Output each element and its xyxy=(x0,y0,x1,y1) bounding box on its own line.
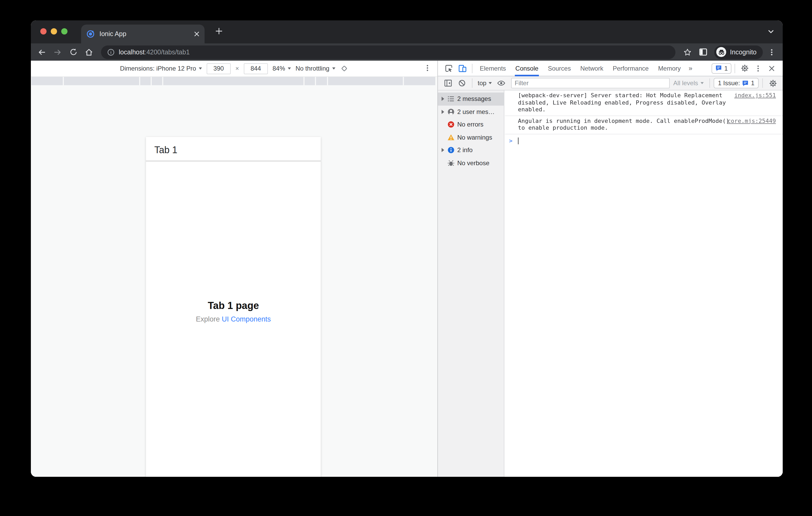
console-context-dropdown[interactable]: top xyxy=(476,80,493,87)
back-icon[interactable] xyxy=(35,45,49,59)
divider xyxy=(472,63,472,73)
divider xyxy=(710,79,710,88)
dimensions-times-label: × xyxy=(235,65,239,72)
speech-bubble-icon xyxy=(716,65,722,72)
source-link[interactable]: core.mjs:25449 xyxy=(727,117,776,124)
browser-toolbar: localhost:4200/tabs/tab1 In xyxy=(31,43,783,61)
browser-window: Ionic App xyxy=(31,20,783,477)
divider xyxy=(762,79,763,88)
zoom-select-dropdown[interactable]: 84% xyxy=(272,65,291,72)
prompt-chevron-icon: > xyxy=(509,137,513,144)
devtools-tab-console[interactable]: Console xyxy=(511,60,543,76)
toggle-device-toolbar-icon[interactable] xyxy=(456,62,469,74)
sidebar-item-messages[interactable]: 2 messages xyxy=(438,93,504,105)
speech-bubble-icon xyxy=(742,80,749,87)
log-levels-dropdown[interactable]: All levels xyxy=(671,80,706,87)
expand-triangle-icon[interactable] xyxy=(440,97,445,101)
console-settings-gear-icon[interactable] xyxy=(766,77,779,89)
more-tabs-button[interactable]: » xyxy=(686,64,695,72)
console-filter-input[interactable] xyxy=(511,78,669,88)
console-messages-badge[interactable]: 1 xyxy=(712,63,731,73)
url-path: :4200/tabs/tab1 xyxy=(145,48,190,56)
console-sidebar: 2 messages 2 user mes… No errors No warn… xyxy=(438,90,504,477)
incognito-badge[interactable]: Incognito xyxy=(715,45,763,59)
media-query-ruler[interactable] xyxy=(31,77,435,85)
app-header: Tab 1 xyxy=(146,137,321,161)
expand-triangle-icon[interactable] xyxy=(440,148,445,152)
sidebar-item-user-messages[interactable]: 2 user mes… xyxy=(438,105,504,118)
chevron-down-icon xyxy=(332,67,335,69)
chevron-down-icon xyxy=(199,67,202,69)
warning-icon xyxy=(447,134,455,141)
divider xyxy=(734,63,735,73)
devtools-toolbar-right: 1 xyxy=(712,62,778,74)
chevron-down-icon xyxy=(701,82,704,84)
devtools-tab-sources[interactable]: Sources xyxy=(544,60,575,76)
browser-tab-ionic-app[interactable]: Ionic App xyxy=(81,25,205,43)
list-icon xyxy=(447,95,455,103)
zoom-window-button[interactable] xyxy=(61,28,67,34)
devtools-tab-memory[interactable]: Memory xyxy=(654,60,685,76)
page-title: Tab 1 page xyxy=(146,300,321,311)
bookmark-star-icon[interactable] xyxy=(681,45,695,59)
device-select-dropdown[interactable]: Dimensions: iPhone 12 Pro xyxy=(120,65,202,72)
settings-gear-icon[interactable] xyxy=(738,62,751,74)
devtools-tab-network[interactable]: Network xyxy=(576,60,607,76)
console-message-row[interactable]: [webpack-dev-server] Server started: Hot… xyxy=(505,90,783,116)
browser-tab-strip: Ionic App xyxy=(31,20,783,43)
error-icon xyxy=(447,121,455,128)
throttling-select-dropdown[interactable]: No throttling xyxy=(296,65,335,72)
sidebar-item-warnings[interactable]: No warnings xyxy=(438,131,504,144)
forward-icon[interactable] xyxy=(51,45,64,59)
minimize-window-button[interactable] xyxy=(51,28,57,34)
bug-icon xyxy=(447,159,455,167)
site-info-icon[interactable] xyxy=(107,48,115,56)
tab-search-chevron-icon[interactable] xyxy=(767,28,774,35)
devtools-tab-elements[interactable]: Elements xyxy=(475,60,510,76)
emulated-device-viewport: Tab 1 Tab 1 page Explore UI Components T… xyxy=(146,137,321,477)
close-devtools-icon[interactable] xyxy=(765,62,778,74)
user-icon xyxy=(447,108,455,116)
inspect-element-icon[interactable] xyxy=(443,62,455,74)
ui-components-link[interactable]: UI Components xyxy=(222,315,271,323)
side-panel-icon[interactable] xyxy=(697,45,710,59)
device-width-input[interactable]: 390 xyxy=(207,63,231,74)
rotate-device-icon[interactable] xyxy=(340,64,348,73)
sidebar-item-info[interactable]: 2 info xyxy=(438,144,504,157)
console-message-row[interactable]: Angular is running in development mode. … xyxy=(505,116,783,134)
toggle-console-sidebar-icon[interactable] xyxy=(442,77,454,89)
close-window-button[interactable] xyxy=(40,28,47,34)
incognito-label: Incognito xyxy=(730,48,757,56)
issues-button[interactable]: 1 Issue: 1 xyxy=(714,78,759,88)
devtools-panel: Elements Console Sources Network Perform… xyxy=(437,61,783,477)
source-link[interactable]: index.js:551 xyxy=(734,92,776,99)
text-cursor xyxy=(518,138,518,144)
incognito-spy-icon xyxy=(717,47,726,57)
devtools-tab-performance[interactable]: Performance xyxy=(608,60,653,76)
live-expression-eye-icon[interactable] xyxy=(495,77,507,89)
device-height-input[interactable]: 844 xyxy=(244,63,268,74)
tab-title: Ionic App xyxy=(99,30,194,38)
new-tab-button[interactable] xyxy=(215,27,223,35)
sidebar-item-errors[interactable]: No errors xyxy=(438,118,504,131)
page-subtitle: Explore UI Components xyxy=(146,315,321,323)
sidebar-item-verbose[interactable]: No verbose xyxy=(438,157,504,170)
console-prompt[interactable]: > xyxy=(505,134,783,146)
expand-triangle-icon[interactable] xyxy=(440,110,445,114)
device-toolbar-menu-kebab-icon[interactable] xyxy=(424,64,431,72)
devtools-menu-kebab-icon[interactable] xyxy=(752,62,764,74)
device-toolbar: Dimensions: iPhone 12 Pro 390 × 844 84% … xyxy=(31,61,437,77)
clear-console-icon[interactable] xyxy=(456,77,468,89)
address-bar[interactable]: localhost:4200/tabs/tab1 xyxy=(101,45,676,59)
console-message-text: Angular is running in development mode. … xyxy=(518,117,732,131)
chevron-down-icon xyxy=(488,82,492,84)
console-messages: [webpack-dev-server] Server started: Hot… xyxy=(505,90,783,477)
chevron-down-icon xyxy=(288,67,291,69)
home-icon[interactable] xyxy=(82,45,96,59)
info-icon xyxy=(447,147,455,154)
close-tab-icon[interactable] xyxy=(194,31,199,37)
browser-menu-kebab-icon[interactable] xyxy=(765,45,779,59)
console-toolbar: top All levels 1 Issue: 1 xyxy=(438,76,783,90)
ionic-favicon-icon xyxy=(86,30,95,38)
reload-icon[interactable] xyxy=(66,45,80,59)
